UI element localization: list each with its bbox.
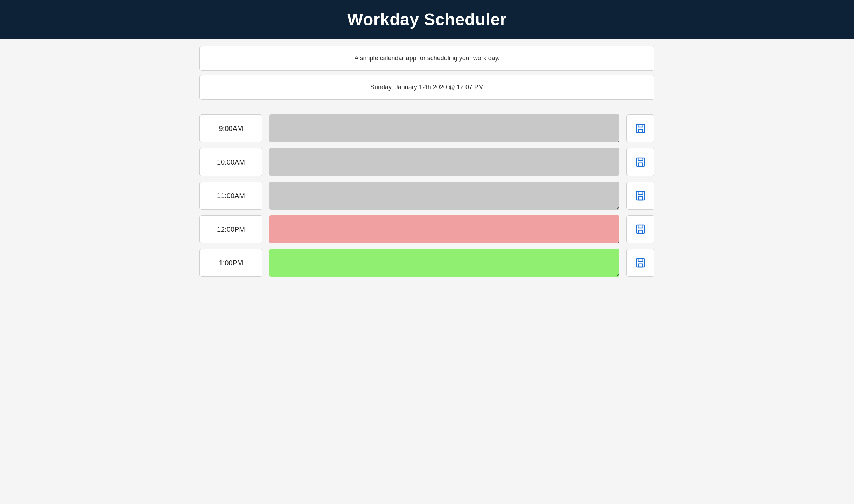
time-label-1100AM: 11:00AM <box>200 182 262 210</box>
datetime-text: Sunday, January 12th 2020 @ 12:07 PM <box>214 84 640 91</box>
svg-rect-6 <box>636 225 645 233</box>
save-icon <box>635 190 646 201</box>
time-label-100PM: 1:00PM <box>200 249 262 277</box>
section-divider <box>200 107 654 107</box>
save-button-1000AM[interactable] <box>626 148 654 176</box>
task-input-wrapper-4 <box>270 249 620 277</box>
svg-rect-8 <box>636 259 645 267</box>
svg-rect-9 <box>639 264 643 267</box>
app-title: Workday Scheduler <box>14 10 840 29</box>
save-icon <box>635 257 646 268</box>
save-icon <box>635 123 646 134</box>
task-input-1100AM[interactable] <box>270 182 620 210</box>
description-text: A simple calendar app for scheduling you… <box>214 55 640 62</box>
save-button-1200PM[interactable] <box>626 215 654 243</box>
task-input-wrapper-1 <box>270 148 620 176</box>
task-input-1200PM[interactable] <box>270 215 620 243</box>
schedule-row: 9:00AM <box>200 114 654 142</box>
task-input-wrapper-2 <box>270 182 620 210</box>
time-label-900AM: 9:00AM <box>200 114 262 142</box>
save-button-1100AM[interactable] <box>626 182 654 210</box>
save-icon <box>635 224 646 235</box>
main-content: A simple calendar app for scheduling you… <box>186 39 668 284</box>
svg-rect-5 <box>639 197 643 200</box>
svg-rect-7 <box>639 230 643 233</box>
app-header: Workday Scheduler <box>0 0 854 39</box>
svg-rect-2 <box>636 158 645 166</box>
task-input-100PM[interactable] <box>270 249 620 277</box>
datetime-card: Sunday, January 12th 2020 @ 12:07 PM <box>200 75 654 100</box>
task-input-wrapper-0 <box>270 114 620 142</box>
time-label-1200PM: 12:00PM <box>200 215 262 243</box>
save-button-900AM[interactable] <box>626 114 654 142</box>
schedule-row: 1:00PM <box>200 249 654 277</box>
svg-rect-4 <box>636 191 645 200</box>
task-input-wrapper-3 <box>270 215 620 243</box>
time-label-1000AM: 10:00AM <box>200 148 262 176</box>
save-button-100PM[interactable] <box>626 249 654 277</box>
task-input-1000AM[interactable] <box>270 148 620 176</box>
svg-rect-0 <box>636 124 645 133</box>
svg-rect-1 <box>639 130 643 133</box>
task-input-900AM[interactable] <box>270 114 620 142</box>
description-card: A simple calendar app for scheduling you… <box>200 46 654 71</box>
svg-rect-3 <box>639 163 643 166</box>
schedule-list: 9:00AM 10:00AM 11:00AM 12:00PM <box>200 114 654 277</box>
schedule-row: 12:00PM <box>200 215 654 243</box>
save-icon <box>635 156 646 168</box>
schedule-row: 10:00AM <box>200 148 654 176</box>
schedule-row: 11:00AM <box>200 182 654 210</box>
